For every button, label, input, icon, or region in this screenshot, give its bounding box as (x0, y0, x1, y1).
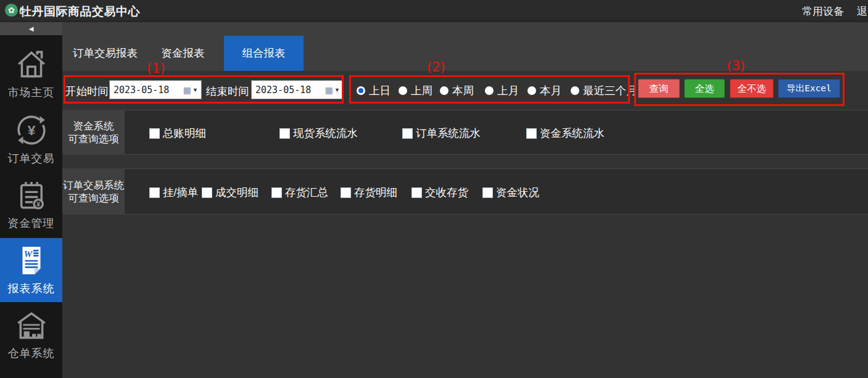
radio-icon[interactable] (440, 86, 448, 95)
select-none-button[interactable]: 全不选 (730, 79, 774, 98)
checkbox-icon[interactable] (411, 187, 422, 198)
yuan-exchange-icon: ¥ (0, 112, 62, 148)
sidebar-item-label: 仓单系统 (0, 346, 62, 361)
sidebar-item-warehouse-system[interactable]: 仓单系统 (0, 305, 62, 366)
query-button[interactable]: 查询 (638, 79, 680, 98)
sidebar-item-fund-management[interactable]: ¥ 资金管理 (0, 175, 62, 236)
range-radio-last-day[interactable]: 上日 (357, 83, 391, 98)
sidebar-item-order-trading[interactable]: ¥ 订单交易 (0, 109, 62, 170)
common-devices-link[interactable]: 常用设备 (802, 4, 844, 18)
tab-order-trade-report[interactable]: 订单交易报表 (64, 36, 147, 71)
annotation-number-1: (1) (147, 61, 165, 76)
sidebar-collapse-button[interactable]: ◀ (0, 22, 62, 35)
dropdown-caret-icon[interactable]: ▼ (192, 87, 198, 93)
annotation-number-2: (2) (427, 60, 445, 75)
report-tab-bar: 订单交易报表 资金报表 组合报表 (62, 22, 868, 71)
range-radio-last-three-months[interactable]: 最近三个月 (571, 83, 637, 98)
checkbox-place-withdraw-order[interactable]: 挂/摘单 (149, 185, 198, 200)
checkbox-icon[interactable] (279, 128, 290, 139)
end-date-picker[interactable]: 2023-05-18 ▦ ▼ (251, 80, 344, 99)
checkbox-icon[interactable] (202, 187, 212, 198)
sidebar-item-label: 市场主页 (0, 85, 62, 100)
svg-text:W: W (23, 249, 33, 259)
radio-icon[interactable] (357, 86, 365, 95)
checkbox-fund-system-flow[interactable]: 资金系统流水 (526, 126, 605, 141)
checkbox-icon[interactable] (482, 187, 493, 198)
select-all-button[interactable]: 全选 (684, 79, 725, 98)
checkbox-inventory-summary[interactable]: 存货汇总 (271, 185, 328, 200)
fund-system-options-panel: 总账明细 现货系统流水 订单系统流水 资金系统流水 (125, 110, 868, 155)
warehouse-icon (0, 308, 62, 343)
range-radio-this-week[interactable]: 本周 (440, 83, 474, 98)
checkbox-icon[interactable] (149, 187, 160, 198)
fund-system-options-label: 资金系统 可查询选项 (62, 110, 125, 155)
app-title: 牡丹国际商品交易中心 (20, 4, 140, 20)
tab-combined-report[interactable]: 组合报表 (224, 36, 304, 71)
start-time-label: 开始时间 (65, 84, 109, 99)
checkbox-icon[interactable] (271, 187, 282, 198)
topbar: ✿ 牡丹国际商品交易中心 常用设备 退 (0, 0, 868, 20)
calendar-icon[interactable]: ▦ (325, 85, 333, 95)
checkbox-icon[interactable] (149, 128, 160, 139)
app-window: ✿ 牡丹国际商品交易中心 常用设备 退 ◀ 市场主页 (0, 0, 868, 378)
start-date-value: 2023-05-18 (110, 84, 183, 96)
range-radio-last-month[interactable]: 上月 (485, 83, 519, 98)
checkbox-ledger-detail[interactable]: 总账明细 (149, 126, 206, 141)
checkbox-spot-system-flow[interactable]: 现货系统流水 (279, 126, 358, 141)
svg-text:¥: ¥ (27, 122, 35, 138)
sidebar-item-label: 订单交易 (0, 151, 62, 166)
dropdown-caret-icon[interactable]: ▼ (334, 87, 340, 93)
sidebar-item-label: 报表系统 (0, 281, 62, 296)
radio-icon[interactable] (399, 86, 407, 95)
checkbox-trade-detail[interactable]: 成交明细 (202, 185, 258, 200)
sidebar-item-market-home[interactable]: 市场主页 (0, 43, 62, 105)
exit-link[interactable]: 退 (857, 4, 867, 18)
home-icon (0, 46, 62, 82)
sidebar-item-label: 资金管理 (0, 216, 62, 231)
end-time-label: 结束时间 (206, 84, 249, 99)
radio-icon[interactable] (485, 86, 494, 95)
sidebar-item-report-system[interactable]: W 报表系统 (0, 238, 62, 302)
peony-logo-icon: ✿ (5, 4, 18, 17)
checkbox-order-system-flow[interactable]: 订单系统流水 (402, 126, 481, 141)
export-excel-button[interactable]: 导出Excel (778, 79, 840, 98)
ledger-icon: ¥ (0, 179, 62, 213)
svg-text:¥: ¥ (36, 200, 41, 208)
calendar-icon[interactable]: ▦ (183, 85, 191, 95)
checkbox-icon[interactable] (526, 128, 537, 139)
sidebar: 市场主页 ¥ 订单交易 ¥ (0, 35, 62, 378)
range-radio-this-month[interactable]: 本月 (527, 83, 561, 98)
radio-icon[interactable] (527, 86, 536, 95)
order-system-options-label: 订单交易系统 可查询选项 (62, 168, 125, 215)
collapse-arrow-icon: ◀ (29, 25, 34, 32)
checkbox-inventory-detail[interactable]: 存货明细 (341, 185, 397, 200)
checkbox-icon[interactable] (402, 128, 413, 139)
start-date-picker[interactable]: 2023-05-18 ▦ ▼ (109, 80, 202, 99)
report-doc-icon: W (0, 244, 62, 278)
checkbox-icon[interactable] (341, 187, 351, 198)
end-date-value: 2023-05-18 (252, 84, 325, 96)
checkbox-fund-status[interactable]: 资金状况 (482, 185, 539, 200)
radio-icon[interactable] (571, 86, 579, 95)
range-radio-last-week[interactable]: 上周 (399, 83, 432, 98)
order-system-options-panel: 挂/摘单 成交明细 存货汇总 存货明细 交收存货 资金状况 (125, 168, 868, 215)
checkbox-delivery-inventory[interactable]: 交收存货 (411, 185, 468, 200)
annotation-number-3: (3) (727, 59, 745, 73)
